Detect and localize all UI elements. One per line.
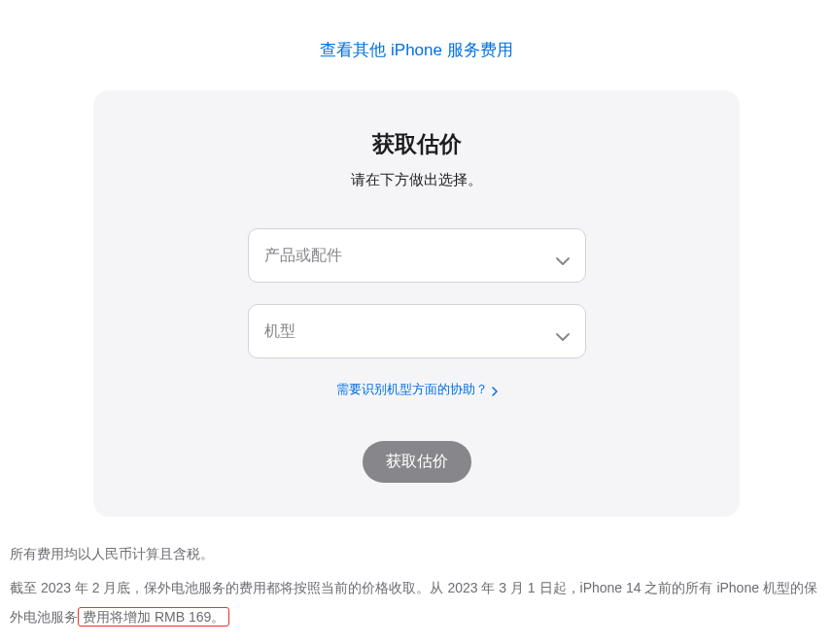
footer-notes: 所有费用均以人民币计算且含税。 截至 2023 年 2 月底，保外电池服务的费用… — [0, 517, 833, 631]
model-select[interactable]: 机型 — [248, 304, 586, 358]
help-link-label: 需要识别机型方面的协助？ — [336, 381, 488, 398]
model-select-placeholder: 机型 — [264, 322, 295, 342]
card-title: 获取估价 — [113, 129, 720, 159]
other-services-link[interactable]: 查看其他 iPhone 服务费用 — [320, 41, 512, 59]
chevron-right-icon — [492, 385, 498, 394]
footer-line-2: 截至 2023 年 2 月底，保外电池服务的费用都将按照当前的价格收取。从 20… — [10, 574, 823, 631]
footer-line-1: 所有费用均以人民币计算且含税。 — [10, 540, 823, 568]
estimate-card: 获取估价 请在下方做出选择。 产品或配件 机型 需要识别机型方面的协助？ 获取估… — [93, 90, 740, 517]
footer-highlight: 费用将增加 RMB 169。 — [78, 607, 229, 627]
chevron-down-icon — [556, 252, 570, 259]
product-select[interactable]: 产品或配件 — [248, 228, 586, 283]
product-select-placeholder: 产品或配件 — [264, 246, 342, 266]
card-subtitle: 请在下方做出选择。 — [113, 171, 720, 189]
chevron-down-icon — [556, 327, 570, 335]
get-estimate-button[interactable]: 获取估价 — [363, 441, 471, 483]
identify-model-help-link[interactable]: 需要识别机型方面的协助？ — [336, 381, 498, 398]
